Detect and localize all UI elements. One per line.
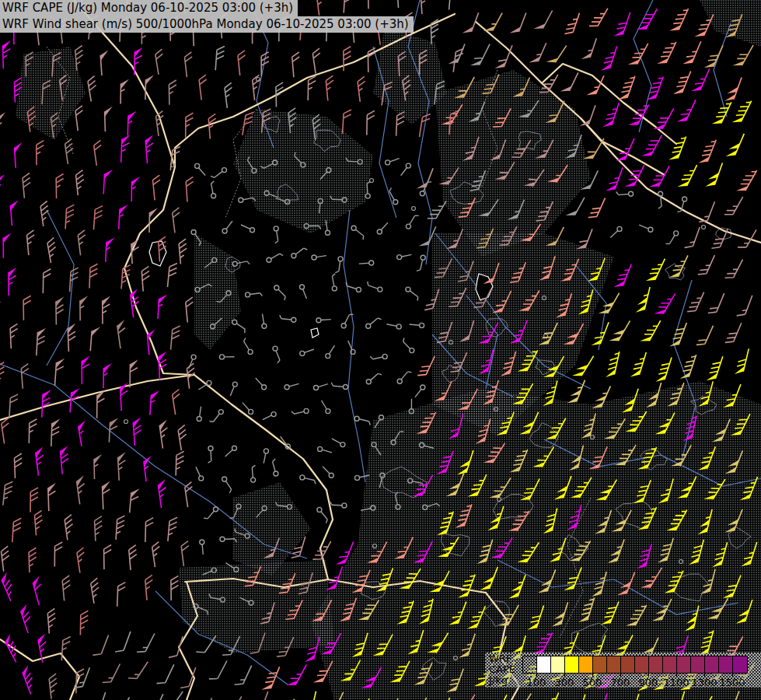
- legend-cell: [663, 656, 677, 673]
- weather-map-page: WRF CAPE (J/kg) Monday 06-10-2025 03:00 …: [0, 0, 761, 700]
- legend-tick-label: 1100: [661, 677, 692, 688]
- legend-cell: [705, 656, 719, 673]
- legend-tick-label: 900: [633, 677, 664, 688]
- legend-cell: [523, 656, 537, 673]
- legend-tick-label: 1300: [689, 677, 720, 688]
- weather-map-svg: [0, 0, 761, 700]
- legend-cell: [691, 656, 705, 673]
- legend-cell: [733, 656, 747, 673]
- legend-cell: [635, 656, 649, 673]
- legend-cell: [607, 656, 621, 673]
- legend-cell: [719, 656, 733, 673]
- legend-cell: [593, 656, 607, 673]
- legend-colorbar: 100300500700900110013001500: [522, 656, 749, 688]
- legend-cell: [579, 656, 593, 673]
- map-canvas: [0, 0, 761, 700]
- legend-label-unit: J/kg: [489, 675, 515, 686]
- legend-tick-label: 700: [605, 677, 636, 688]
- legend-tick-label: 100: [521, 677, 552, 688]
- legend-cell: [565, 656, 579, 673]
- legend-tick-label: 300: [549, 677, 580, 688]
- legend-label-cape: CAPE: [489, 664, 515, 675]
- legend-cell: [551, 656, 565, 673]
- legend-tick-label: 500: [577, 677, 608, 688]
- legend-tick-label: 1500: [717, 677, 748, 688]
- legend-cell: [621, 656, 635, 673]
- legend-cell: [537, 656, 551, 673]
- legend-cell: [649, 656, 663, 673]
- title-line-windshear: WRF Wind shear (m/s) 500/1000hPa Monday …: [0, 16, 414, 33]
- legend-cells: [522, 656, 748, 674]
- cape-legend: WRF CAPE J/kg 10030050070090011001300150…: [485, 653, 761, 688]
- legend-label-wrf: WRF: [489, 653, 515, 664]
- title-line-cape: WRF CAPE (J/kg) Monday 06-10-2025 03:00 …: [0, 0, 298, 16]
- legend-cell: [677, 656, 691, 673]
- title-overlay: WRF CAPE (J/kg) Monday 06-10-2025 03:00 …: [0, 0, 414, 33]
- legend-label-block: WRF CAPE J/kg: [489, 653, 515, 686]
